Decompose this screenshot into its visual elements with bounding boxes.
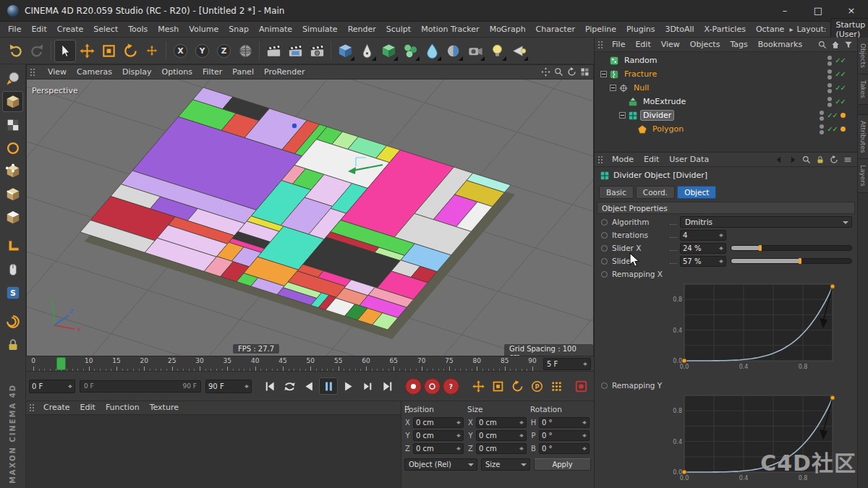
menu-pipeline[interactable]: Pipeline — [580, 22, 621, 38]
render-settings-button[interactable] — [306, 40, 328, 62]
menu-mesh[interactable]: Mesh — [153, 22, 184, 38]
material-menu-create[interactable]: Create — [38, 400, 75, 416]
frame-range-slider[interactable]: 0 F 90 F — [80, 380, 201, 393]
object-row-fracture[interactable]: Fracture✓✓ — [595, 67, 857, 81]
coordinate-mode-dropdown[interactable]: Object (Rel) — [404, 458, 477, 471]
menu-edit[interactable]: Edit — [26, 22, 51, 38]
animation-toggle[interactable] — [601, 382, 608, 389]
panel-grip-icon[interactable] — [30, 68, 35, 77]
menu-snap[interactable]: Snap — [224, 22, 254, 38]
size-x-field[interactable]: 0 cm — [476, 417, 527, 428]
menu-animate[interactable]: Animate — [254, 22, 297, 38]
viewport-menu-panel[interactable]: Panel — [227, 65, 259, 80]
object-row-moextrude[interactable]: MoExtrude✓✓ — [595, 95, 857, 108]
camera-object-button[interactable] — [464, 40, 486, 62]
current-frame-marker[interactable] — [56, 357, 66, 370]
collapse-toggle[interactable] — [619, 112, 626, 119]
toggle-view-layout-button[interactable] — [579, 67, 590, 77]
menu-select[interactable]: Select — [88, 22, 123, 38]
primitive-cube-button[interactable] — [334, 40, 356, 62]
stepper[interactable] — [456, 419, 461, 427]
filter-icon[interactable] — [843, 40, 854, 50]
spot-light-button[interactable] — [508, 40, 529, 62]
position-x-field[interactable]: 0 cm — [413, 417, 464, 428]
last-used-tool-button[interactable] — [141, 40, 163, 62]
end-frame-field[interactable]: 90 F — [205, 380, 252, 393]
play-backwards-button[interactable] — [299, 377, 318, 395]
object-row-polygon[interactable]: Polygon✓✓ — [595, 122, 857, 136]
tab-basic[interactable]: Basic — [599, 186, 634, 199]
object-manager-menu-edit[interactable]: Edit — [630, 37, 655, 53]
attribute-menu-edit[interactable]: Edit — [639, 152, 664, 168]
cloner-object-button[interactable] — [399, 40, 421, 62]
stepper[interactable] — [456, 445, 461, 453]
visibility-dots[interactable] — [827, 97, 832, 107]
material-menu-function[interactable]: Function — [101, 400, 145, 416]
material-menu-texture[interactable]: Texture — [145, 400, 184, 416]
coordinate-system-button[interactable] — [234, 40, 256, 62]
position-y-field[interactable]: 0 cm — [413, 430, 464, 441]
tab-object[interactable]: Object — [677, 186, 716, 199]
object-manager-menu-tags[interactable]: Tags — [725, 37, 752, 53]
menu-sculpt[interactable]: Sculpt — [381, 22, 416, 38]
visibility-dots[interactable] — [820, 111, 824, 121]
autokey-toggle-button[interactable] — [571, 377, 590, 395]
redo-button[interactable] — [26, 40, 48, 62]
zoom-view-button[interactable] — [553, 67, 564, 77]
record-keyframe-button[interactable] — [405, 378, 422, 395]
panel-grip-icon[interactable] — [597, 155, 603, 164]
camera-label[interactable]: Perspective — [32, 86, 78, 95]
menu-motion-tracker[interactable]: Motion Tracker — [416, 22, 484, 38]
stepper[interactable] — [719, 257, 723, 265]
menu-volume[interactable]: Volume — [184, 22, 224, 38]
rotation-b-field[interactable]: 0 ° — [539, 443, 590, 454]
make-editable-button[interactable] — [2, 68, 23, 89]
workplane-mode-button[interactable] — [2, 137, 23, 158]
enable-checks[interactable]: ✓✓ — [835, 84, 846, 92]
menu-tools[interactable]: Tools — [123, 22, 153, 38]
size-z-field[interactable]: 0 cm — [476, 443, 527, 454]
key-rotation-button[interactable] — [508, 377, 527, 395]
timeline-ruler[interactable]: 051015202530354045505560657075808590 5 F — [26, 356, 594, 372]
volume-object-button[interactable] — [421, 40, 443, 62]
slider-field[interactable]: 57 % — [680, 256, 726, 267]
menu-x-particles[interactable]: X-Particles — [699, 22, 751, 38]
enable-axis-modification-button[interactable] — [2, 236, 23, 257]
lock-x-axis-button[interactable]: X — [169, 40, 191, 62]
enable-snap-button[interactable]: S — [2, 282, 23, 303]
object-manager-menu-file[interactable]: File — [607, 37, 630, 53]
menu-octane[interactable]: Octane — [751, 22, 790, 38]
iterations-field[interactable]: 4 — [680, 230, 726, 241]
home-icon[interactable] — [830, 40, 841, 50]
current-frame-field[interactable]: 0 F — [29, 380, 75, 393]
enable-checks[interactable]: ✓✓ — [835, 56, 846, 64]
lock-workplane-button[interactable] — [2, 334, 23, 355]
animation-toggle[interactable] — [601, 258, 608, 265]
menu-3dtoall[interactable]: 3DtoAll — [660, 22, 699, 38]
undo-button[interactable] — [4, 40, 26, 62]
attribute-menu-mode[interactable]: Mode — [607, 152, 639, 168]
menu-simulate[interactable]: Simulate — [297, 22, 343, 38]
menu-file[interactable]: File — [3, 22, 26, 38]
enable-checks[interactable]: ✓✓ — [827, 111, 838, 119]
position-z-field[interactable]: 0 cm — [413, 443, 464, 454]
animation-toggle[interactable] — [601, 219, 608, 226]
collapse-toggle[interactable] — [610, 85, 616, 91]
play-loop-button[interactable] — [280, 377, 299, 395]
dock-tab-takes[interactable]: Takes — [858, 74, 868, 105]
stepper[interactable] — [719, 231, 723, 239]
viewport-menu-prorender[interactable]: ProRender — [259, 65, 310, 80]
tab-coord[interactable]: Coord. — [636, 186, 675, 199]
key-position-button[interactable] — [469, 377, 488, 395]
render-picture-viewer-button[interactable] — [284, 40, 306, 62]
apply-button[interactable]: Apply — [534, 458, 591, 471]
pause-button[interactable] — [319, 377, 338, 395]
live-selection-button[interactable] — [54, 40, 76, 62]
slider-x-field[interactable]: 24 % — [680, 243, 726, 254]
viewport-navigation-button[interactable] — [2, 259, 23, 280]
collapse-toggle[interactable] — [600, 71, 607, 77]
enable-checks[interactable]: ✓✓ — [835, 70, 846, 78]
search-icon[interactable] — [817, 40, 827, 50]
key-scale-button[interactable] — [488, 377, 507, 395]
key-point-level-button[interactable] — [547, 377, 566, 395]
